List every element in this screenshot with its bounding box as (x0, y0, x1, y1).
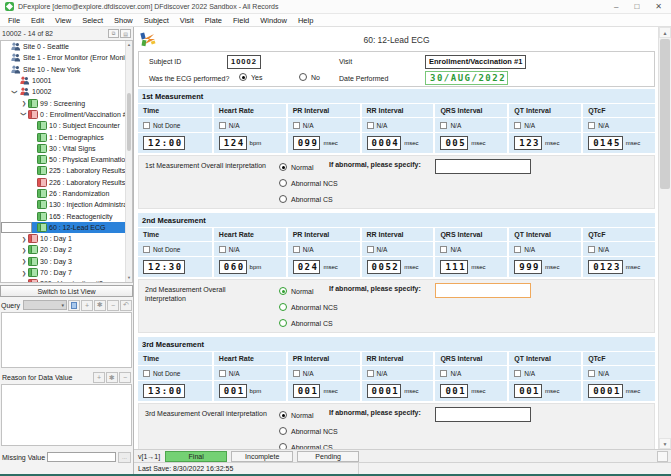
query-note-button[interactable] (68, 300, 80, 311)
na-checkbox[interactable] (293, 122, 300, 129)
heart-rate-value[interactable]: 001 (219, 384, 247, 398)
menu-file[interactable]: File (8, 16, 20, 25)
chevron-collapsed-icon[interactable]: ❯ (20, 258, 28, 264)
reason-remove-button[interactable]: − (119, 372, 131, 383)
menu-window[interactable]: Window (260, 16, 287, 25)
menu-subject[interactable]: Subject (144, 16, 169, 25)
tree-item[interactable]: ❯99 : Screening (1, 97, 125, 108)
query-text-area[interactable] (1, 312, 132, 368)
chevron-collapsed-icon[interactable]: ❯ (20, 270, 28, 276)
specify-input[interactable] (435, 159, 531, 174)
tree-item[interactable]: 10 : Subject Encounter (1, 120, 125, 131)
radio-abnormal-cs[interactable] (279, 195, 287, 203)
reason-text-area[interactable] (1, 384, 132, 446)
switch-to-list-view-button[interactable]: Switch to List View (0, 285, 133, 297)
pr-interval-value[interactable]: 001 (293, 384, 321, 398)
na-checkbox[interactable] (219, 246, 226, 253)
tree-item[interactable]: 10001 (1, 75, 125, 86)
menu-help[interactable]: Help (298, 16, 313, 25)
query-remove-button[interactable]: − (107, 300, 119, 311)
tree-item[interactable]: ❯70 : Day 7 (1, 267, 125, 278)
query-edit-button[interactable]: ✱ (94, 300, 106, 311)
na-checkbox[interactable] (514, 122, 521, 129)
pr-interval-value[interactable]: 099 (293, 136, 321, 150)
na-checkbox[interactable] (293, 370, 300, 377)
radio-normal[interactable] (279, 411, 287, 419)
menu-field[interactable]: Field (233, 16, 249, 25)
tree-item[interactable]: 226 : Laboratory Results- C.. (1, 177, 125, 188)
qt-interval-value[interactable]: 001 (514, 384, 542, 398)
chevron-expanded-icon[interactable]: ❯ (21, 110, 27, 118)
menu-plate[interactable]: Plate (205, 16, 222, 25)
qtcf-value[interactable]: 0145 (588, 136, 623, 150)
qrs-interval-value[interactable]: 111 (440, 260, 468, 274)
na-checkbox[interactable] (367, 370, 374, 377)
query-add-button[interactable]: + (81, 300, 93, 311)
scroll-down-icon[interactable]: ▼ (126, 274, 132, 282)
na-checkbox[interactable] (440, 370, 447, 377)
grid-view-icon[interactable]: ▤ (120, 29, 131, 38)
na-checkbox[interactable] (588, 122, 595, 129)
popout-icon[interactable]: ⧉ (108, 29, 119, 38)
na-checkbox[interactable] (588, 246, 595, 253)
reason-edit-button[interactable]: ✱ (106, 372, 118, 383)
rr-interval-value[interactable]: 0004 (367, 136, 402, 150)
heart-rate-value[interactable]: 060 (219, 260, 247, 274)
menu-visit[interactable]: Visit (180, 16, 194, 25)
not-done-checkbox[interactable] (143, 122, 150, 129)
tree-item[interactable]: ❯30 : Day 3 (1, 256, 125, 267)
tree-item[interactable]: 30 : Vital Signs (1, 143, 125, 154)
form-scroll-thumb[interactable] (660, 39, 670, 189)
tree-item[interactable]: 26 : Randomization (1, 188, 125, 199)
time-value[interactable]: 12:30 (143, 260, 185, 274)
radio-normal[interactable] (279, 163, 287, 171)
specify-input[interactable] (435, 283, 531, 298)
na-checkbox[interactable] (367, 122, 374, 129)
tree-item[interactable]: 165 : Reactogenicity (1, 210, 125, 221)
na-checkbox[interactable] (440, 122, 447, 129)
minimize-icon[interactable]: – (614, 3, 618, 11)
qtcf-value[interactable]: 0001 (588, 384, 623, 398)
subject-id-value[interactable]: 10002 (227, 55, 261, 69)
chevron-collapsed-icon[interactable]: ❯ (20, 236, 28, 242)
ecg-yes-radio[interactable] (239, 73, 247, 81)
query-reply-button[interactable]: ↶ (120, 300, 132, 311)
status-tab-final[interactable]: Final (165, 451, 227, 462)
chevron-collapsed-icon[interactable]: ❯ (20, 281, 28, 282)
qrs-interval-value[interactable]: 001 (440, 384, 468, 398)
menu-show[interactable]: Show (114, 16, 133, 25)
menu-select[interactable]: Select (82, 16, 103, 25)
tree-item[interactable]: ❯10002 (1, 86, 125, 97)
qt-interval-value[interactable]: 999 (514, 260, 542, 274)
menu-edit[interactable]: Edit (31, 16, 44, 25)
na-checkbox[interactable] (219, 122, 226, 129)
radio-normal[interactable] (279, 287, 287, 295)
radio-abnormal-cs[interactable] (279, 319, 287, 327)
na-checkbox[interactable] (219, 370, 226, 377)
radio-abnormal-ncs[interactable] (279, 179, 287, 187)
qtcf-value[interactable]: 0123 (588, 260, 623, 274)
time-value[interactable]: 12:00 (143, 136, 185, 150)
tree-item[interactable]: ❯20 : Day 2 (1, 244, 125, 255)
tree-item[interactable]: 130 : Injection Administration (1, 199, 125, 210)
form-scroll-up-icon[interactable]: ▲ (659, 27, 671, 38)
na-checkbox[interactable] (514, 246, 521, 253)
rr-interval-value[interactable]: 0052 (367, 260, 402, 274)
menu-view[interactable]: View (55, 16, 71, 25)
query-select[interactable]: ▾ (23, 300, 67, 310)
na-checkbox[interactable] (367, 246, 374, 253)
chevron-collapsed-icon[interactable]: ❯ (20, 247, 28, 253)
time-value[interactable]: 13:00 (143, 384, 185, 398)
tree-item[interactable]: 1 : Demographics (1, 131, 125, 142)
maximize-icon[interactable]: □ (634, 3, 639, 11)
tree-item[interactable]: ❯10 : Day 1 (1, 233, 125, 244)
form-scrollbar[interactable]: ▲ ▼ (658, 27, 671, 449)
visit-value[interactable]: Enrollment/Vaccination #1 (425, 55, 526, 69)
ecg-no-radio[interactable] (299, 73, 307, 81)
qrs-interval-value[interactable]: 005 (440, 136, 468, 150)
status-tab-pending[interactable]: Pending (297, 451, 359, 462)
tree-item[interactable]: 50 : Physical Examination (1, 154, 125, 165)
reason-add-button[interactable]: + (93, 372, 105, 383)
tree-item[interactable]: Site 1 - Error Monitor (Error Monitor) (1, 52, 125, 63)
date-performed-value[interactable]: 30/AUG/2022 (425, 71, 508, 85)
